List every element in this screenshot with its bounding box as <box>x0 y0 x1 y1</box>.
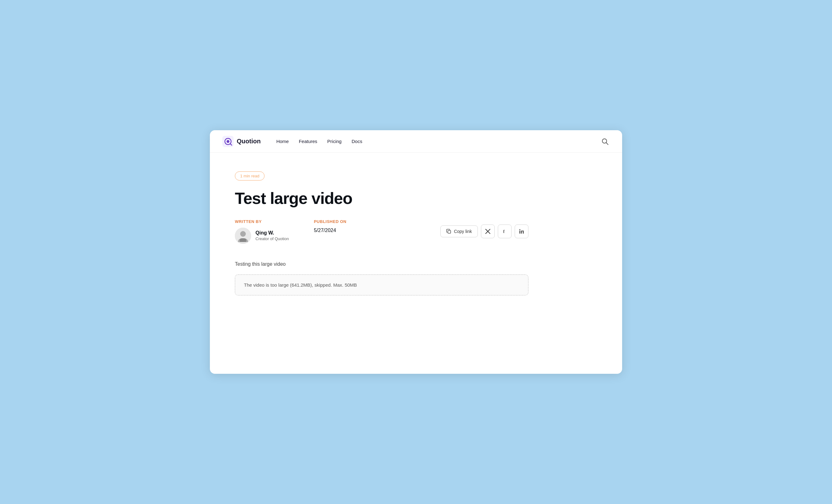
svg-point-7 <box>240 231 246 237</box>
nav-home[interactable]: Home <box>277 139 289 144</box>
linkedin-share-button[interactable] <box>515 224 528 238</box>
logo[interactable]: Quotion <box>223 136 261 147</box>
nav-pricing[interactable]: Pricing <box>327 139 342 144</box>
logo-icon <box>223 136 234 147</box>
avatar <box>235 228 251 244</box>
copy-link-label: Copy link <box>454 229 472 234</box>
meta-written-by: Written By <box>235 219 289 244</box>
copy-link-button[interactable]: Copy link <box>440 226 478 237</box>
x-icon <box>485 229 490 234</box>
nav-docs[interactable]: Docs <box>352 139 362 144</box>
avatar-image <box>235 228 251 244</box>
meta-cols: Written By <box>235 219 346 244</box>
written-by-label: Written By <box>235 219 289 224</box>
author-row: Qing W. Creator of Quotion <box>235 228 289 244</box>
svg-text:f: f <box>503 229 505 234</box>
body-text: Testing this large video <box>235 261 528 267</box>
main-content: 1 min read Test large video Written By <box>210 153 553 320</box>
author-info: Qing W. Creator of Quotion <box>256 230 289 241</box>
author-role: Creator of Quotion <box>256 236 289 241</box>
published-on-label: Published on <box>314 219 346 224</box>
svg-rect-8 <box>448 231 451 233</box>
share-row: Copy link f <box>440 224 528 238</box>
copy-icon <box>446 229 451 234</box>
publish-date: 5/27/2024 <box>314 228 346 233</box>
video-skip-box: The video is too large (641.2MB), skippe… <box>235 274 528 295</box>
nav-links: Home Features Pricing Docs <box>277 139 588 144</box>
nav-features[interactable]: Features <box>299 139 317 144</box>
svg-point-11 <box>519 229 521 231</box>
author-name: Qing W. <box>256 230 289 236</box>
search-icon <box>601 138 608 145</box>
search-button[interactable] <box>600 137 609 146</box>
svg-point-2 <box>227 140 230 143</box>
meta-share-row: Written By <box>235 219 528 244</box>
logo-text: Quotion <box>237 138 261 145</box>
navbar: Quotion Home Features Pricing Docs <box>210 130 622 153</box>
svg-line-5 <box>606 143 608 144</box>
meta-published-on: Published on 5/27/2024 <box>314 219 346 244</box>
article-body: Testing this large video The video is to… <box>235 261 528 295</box>
read-time-badge: 1 min read <box>235 171 264 181</box>
facebook-share-button[interactable]: f <box>498 224 512 238</box>
article-title: Test large video <box>235 189 528 208</box>
x-share-button[interactable] <box>481 224 495 238</box>
video-skip-message: The video is too large (641.2MB), skippe… <box>244 282 357 288</box>
main-window: Quotion Home Features Pricing Docs 1 min… <box>210 130 622 374</box>
linkedin-icon <box>519 229 524 234</box>
facebook-icon: f <box>502 229 507 234</box>
svg-rect-10 <box>519 231 520 234</box>
